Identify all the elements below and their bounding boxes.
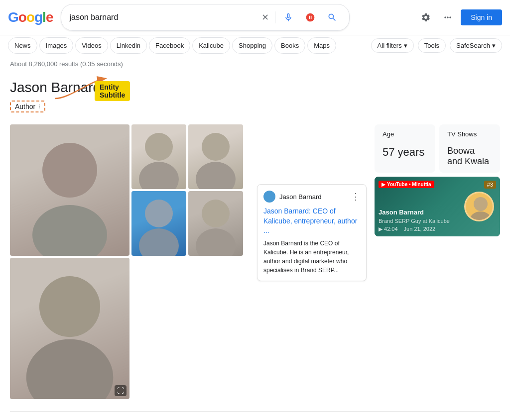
all-filters-label: All filters	[378, 42, 402, 49]
snippet-menu-icon[interactable]: ⋮	[351, 191, 360, 202]
search-input[interactable]	[69, 13, 255, 22]
snippet-card: Jason Barnard ⋮ Jason Barnard: CEO of Ka…	[257, 184, 367, 281]
chevron-down-icon-2: ▾	[492, 42, 496, 49]
person-photo-1	[10, 124, 129, 256]
video-person-circle	[464, 192, 494, 221]
person-photo-4	[131, 191, 186, 256]
kp-tvshows-value: Boowa and Kwala	[447, 146, 492, 167]
entity-subtitle-label: Author	[15, 103, 35, 110]
nav-bar: News Images Videos Linkedin Facebook Kal…	[0, 35, 510, 56]
snippet-header: Jason Barnard ⋮	[263, 191, 360, 203]
svg-point-7	[139, 228, 179, 256]
svg-point-1	[32, 205, 107, 256]
video-card[interactable]: ▶ YouTube • Minuttia #3 Jason Barnard Br…	[375, 177, 500, 236]
lens-search-button[interactable]	[301, 8, 319, 26]
video-title: Jason Barnard	[379, 209, 450, 217]
nav-facebook[interactable]: Facebook	[149, 37, 190, 54]
svg-point-12	[474, 197, 488, 211]
clear-button[interactable]: ✕	[259, 10, 271, 25]
kp-age-value: 57 years	[382, 146, 427, 159]
svg-point-4	[202, 133, 230, 161]
header-icons: Sign in	[417, 8, 502, 26]
svg-point-3	[139, 162, 179, 189]
middle-section: Jason Barnard ⋮ Jason Barnard: CEO of Ka…	[257, 124, 367, 399]
nav-linkedin[interactable]: Linkedin	[110, 37, 147, 54]
kp-age-card: Age 57 years	[375, 124, 435, 173]
voice-search-button[interactable]	[279, 8, 297, 26]
header: Google ✕ Sign in	[0, 0, 510, 35]
entity-name: Jason Barnard	[10, 80, 500, 96]
nav-items: News Images Videos Linkedin Facebook Kal…	[8, 37, 369, 54]
person-photo-5	[188, 191, 243, 256]
youtube-badge: ▶ YouTube • Minuttia	[379, 181, 434, 188]
svg-point-9	[196, 228, 236, 256]
nav-kalicube[interactable]: Kalicube	[192, 37, 230, 54]
person-photo-3	[188, 124, 243, 189]
all-filters-button[interactable]: All filters ▾	[371, 38, 414, 53]
nav-news[interactable]: News	[8, 37, 37, 54]
svg-point-0	[42, 143, 97, 198]
svg-point-10	[39, 276, 100, 337]
nav-filters: All filters ▾ Tools SafeSearch ▾	[371, 38, 502, 53]
video-play-time: ▶ 42:04	[379, 226, 398, 232]
content-row: ⛶ Jason Barnard ⋮ Jason Barnard: CEO of …	[10, 124, 500, 399]
kp-tvshows-card: TV Shows Boowa and Kwala	[439, 124, 500, 173]
safe-search-label: SafeSearch	[456, 42, 490, 49]
nav-videos[interactable]: Videos	[75, 37, 108, 54]
apps-button[interactable]	[439, 8, 457, 26]
kp-cards-row: Age 57 years TV Shows Boowa and Kwala	[375, 124, 500, 173]
entity-subtitle-dots: ⁝	[38, 103, 40, 110]
image-overlay-icon: ⛶	[115, 385, 127, 396]
main-content: Jason Barnard Entity Subtitle Author ⁝	[0, 72, 510, 420]
video-subtitle: Brand SERP Guy at Kalicube	[379, 218, 450, 224]
tools-button[interactable]: Tools	[418, 38, 446, 53]
youtube-platform: YouTube • Minuttia	[387, 182, 431, 187]
image-6[interactable]: ⛶	[10, 258, 129, 399]
settings-button[interactable]	[417, 8, 435, 26]
person-photo-2	[131, 124, 186, 189]
nav-books[interactable]: Books	[274, 37, 305, 54]
nav-maps[interactable]: Maps	[307, 37, 336, 54]
snippet-title[interactable]: Jason Barnard: CEO of Kalicube, entrepre…	[263, 207, 360, 236]
image-1[interactable]	[10, 124, 129, 256]
kp-tvshows-label: TV Shows	[447, 130, 492, 138]
svg-point-11	[26, 339, 114, 399]
svg-point-5	[196, 162, 236, 189]
image-grid: ⛶	[10, 124, 249, 399]
google-logo: Google	[8, 9, 53, 25]
image-grid-section: ⛶	[10, 124, 249, 399]
video-card-info: Jason Barnard Brand SERP Guy at Kalicube…	[375, 205, 454, 236]
search-button[interactable]	[323, 8, 341, 26]
image-3[interactable]	[188, 124, 243, 189]
search-bar: ✕	[61, 4, 350, 31]
entity-subtitle-area: Author ⁝	[10, 101, 45, 112]
image-2[interactable]	[131, 124, 186, 189]
results-info: About 8,260,000 results (0.35 seconds)	[0, 56, 510, 72]
entity-subtitle-box: Author ⁝	[10, 101, 45, 112]
image-4[interactable]	[131, 191, 186, 256]
snippet-text: Jason Barnard is the CEO of Kalicube. He…	[263, 239, 360, 275]
svg-point-2	[145, 133, 173, 161]
svg-point-6	[145, 200, 173, 227]
tools-label: Tools	[424, 42, 439, 49]
entity-subtitle-badge: Entity Subtitle	[95, 81, 130, 101]
snippet-avatar	[263, 191, 275, 203]
nav-shopping[interactable]: Shopping	[232, 37, 272, 54]
youtube-icon: ▶	[382, 182, 385, 187]
svg-point-8	[202, 200, 230, 227]
nav-images[interactable]: Images	[39, 37, 74, 54]
image-5[interactable]	[188, 191, 243, 256]
search-divider	[275, 11, 275, 23]
snippet-author: Jason Barnard	[279, 193, 347, 201]
video-date: Jun 21, 2022	[404, 226, 436, 232]
kp-age-label: Age	[382, 130, 427, 138]
sign-in-button[interactable]: Sign in	[461, 9, 502, 25]
bottom-row: Jason Barnard https://jasonbarnard.com ⋮…	[10, 411, 500, 420]
person-photo-6	[10, 258, 129, 399]
right-section: Age 57 years TV Shows Boowa and Kwala ▶ …	[375, 124, 500, 399]
entity-header: Jason Barnard Entity Subtitle Author ⁝	[10, 72, 500, 116]
chevron-down-icon: ▾	[404, 42, 407, 49]
safe-search-button[interactable]: SafeSearch ▾	[450, 38, 502, 53]
video-rank-badge: #3	[484, 181, 496, 189]
